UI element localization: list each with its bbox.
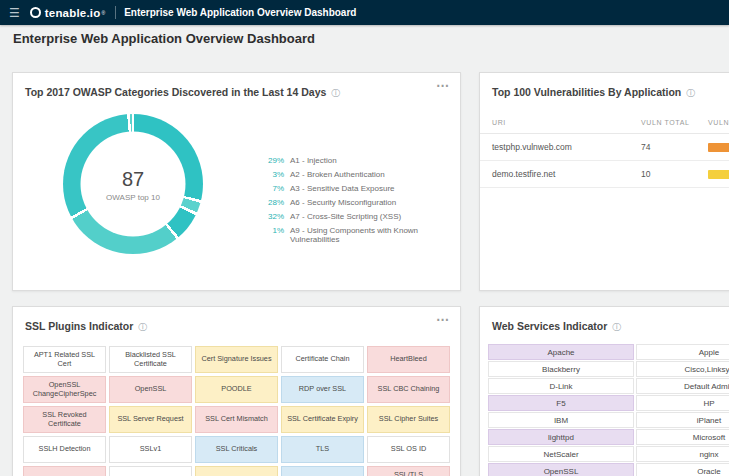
card-header: Top 2017 OWASP Categories Discovered in …: [13, 73, 460, 105]
vuln-table-header: URI VULN TOTAL VULNE: [480, 109, 729, 134]
web-service-cell[interactable]: Microsoft: [636, 429, 729, 445]
web-service-cell[interactable]: Oracle: [636, 463, 729, 476]
column-header-vulnerabilities: VULNE: [708, 119, 729, 126]
ssl-indicator-cell[interactable]: SSL OS ID: [367, 436, 450, 463]
web-service-cell[interactable]: IBM: [488, 412, 634, 428]
web-service-row: ApacheApple: [488, 344, 729, 360]
info-icon[interactable]: ⓘ: [138, 322, 147, 332]
ssl-indicator-cell[interactable]: SSL FREAK: [23, 466, 106, 476]
card-title: Top 100 Vulnerabilities By Application: [492, 86, 681, 98]
web-service-cell[interactable]: iPlanet: [636, 412, 729, 428]
uri-cell: testphp.vulnweb.com: [492, 142, 641, 152]
column-header-uri: URI: [492, 119, 641, 126]
web-service-cell[interactable]: Apache: [488, 344, 634, 360]
topbar-divider: [115, 6, 116, 19]
web-service-row: D-LinkDefault Admin: [488, 378, 729, 394]
web-service-cell[interactable]: NetScaler: [488, 446, 634, 462]
topbar-title: Enterprise Web Application Overview Dash…: [124, 7, 356, 18]
ssl-indicator-cell[interactable]: SSL Traffic Detection: [281, 466, 364, 476]
ssl-indicator-cell[interactable]: SSL Session Resume: [195, 466, 278, 476]
ssl-indicator-cell[interactable]: Certificate Chain: [281, 346, 364, 373]
donut-center: 87 OWASP top 10: [81, 132, 186, 237]
legend-percent: 1%: [265, 226, 284, 244]
legend-percent: 7%: [265, 184, 284, 193]
legend-label: A2 - Broken Authentication: [290, 170, 385, 179]
info-icon[interactable]: ⓘ: [686, 88, 695, 98]
ssl-indicator-cell[interactable]: SSL Server Request: [109, 406, 192, 433]
ssl-indicator-cell[interactable]: SSLv1: [109, 436, 192, 463]
hamburger-menu-icon[interactable]: ☰: [9, 6, 20, 20]
web-service-cell[interactable]: Default Admin: [636, 378, 729, 394]
severity-bar: [708, 170, 729, 179]
legend-item: 29%A1 - Injection: [265, 156, 460, 165]
web-services-list: ApacheAppleBlackberryCisco,LinksysD-Link…: [480, 339, 729, 476]
tenable-logo[interactable]: tenable.io ®: [30, 7, 107, 19]
info-icon[interactable]: ⓘ: [331, 88, 340, 98]
legend-label: A9 - Using Components with Known Vulnera…: [290, 226, 460, 244]
table-row[interactable]: testphp.vulnweb.com74: [480, 134, 729, 161]
card-title: Top 2017 OWASP Categories Discovered in …: [25, 86, 326, 98]
web-service-row: NetScalernginx: [488, 446, 729, 462]
ssl-indicator-cell[interactable]: Cert Signature Issues: [195, 346, 278, 373]
web-service-cell[interactable]: Blackberry: [488, 361, 634, 377]
web-service-cell[interactable]: D-Link: [488, 378, 634, 394]
topbar: ☰ tenable.io ® Enterprise Web Applicatio…: [0, 0, 729, 25]
card-header: Web Services Indicatorⓘ ⋯: [480, 307, 729, 339]
ssl-indicator-cell[interactable]: SSL CBC Chaining: [367, 376, 450, 403]
ssl-indicator-cell[interactable]: POODLE: [195, 376, 278, 403]
legend-label: A6 - Security Misconfiguration: [290, 198, 396, 207]
legend-item: 1%A9 - Using Components with Known Vulne…: [265, 226, 460, 244]
web-service-row: OpenSSLOracle: [488, 463, 729, 476]
legend-percent: 32%: [265, 212, 284, 221]
ssl-indicator-cell[interactable]: SSL Criticals: [195, 436, 278, 463]
donut-caption: OWASP top 10: [106, 192, 160, 201]
legend-percent: 3%: [265, 170, 284, 179]
info-icon[interactable]: ⓘ: [612, 322, 621, 332]
ssl-plugins-card: SSL Plugins Indicatorⓘ ⋯ APT1 Related SS…: [12, 306, 461, 476]
owasp-card: Top 2017 OWASP Categories Discovered in …: [12, 72, 461, 291]
ssl-indicator-cell[interactable]: SSL Cert Mismatch: [195, 406, 278, 433]
vuln-total-cell: 74: [641, 142, 708, 152]
ssl-indicator-cell[interactable]: OpenSSL: [109, 376, 192, 403]
table-row[interactable]: demo.testfire.net10: [480, 161, 729, 188]
web-service-cell[interactable]: Cisco,Linksys: [636, 361, 729, 377]
web-service-cell[interactable]: lighttpd: [488, 429, 634, 445]
ssl-indicator-cell[interactable]: OpenSSL ChangeCipherSpec: [23, 376, 106, 403]
web-service-cell[interactable]: Apple: [636, 344, 729, 360]
owasp-donut-chart[interactable]: 87 OWASP top 10: [63, 114, 203, 254]
vuln-total-cell: 10: [641, 169, 708, 179]
ssl-indicator-cell[interactable]: SSL Cipher Suites: [367, 406, 450, 433]
page-title: Enterprise Web Application Overview Dash…: [13, 31, 315, 46]
more-menu-icon[interactable]: ⋯: [436, 78, 450, 93]
ssl-matrix: APT1 Related SSL CertBlacklisted SSL Cer…: [13, 339, 460, 476]
web-services-card: Web Services Indicatorⓘ ⋯ ApacheAppleBla…: [479, 306, 729, 476]
ssl-indicator-cell[interactable]: Well-known Cert Used: [109, 466, 192, 476]
more-menu-icon[interactable]: ⋯: [436, 312, 450, 327]
web-service-cell[interactable]: OpenSSL: [488, 463, 634, 476]
legend-label: A7 - Cross-Site Scripting (XSS): [290, 212, 401, 221]
brand-name: tenable.io: [45, 7, 101, 19]
ssl-indicator-cell[interactable]: HeartBleed: [367, 346, 450, 373]
legend-item: 28%A6 - Security Misconfiguration: [265, 198, 460, 207]
web-service-row: BlackberryCisco,Linksys: [488, 361, 729, 377]
card-title: SSL Plugins Indicator: [25, 320, 133, 332]
ssl-indicator-cell[interactable]: TLS: [281, 436, 364, 463]
ssl-indicator-cell[interactable]: Blacklisted SSL Certificate: [109, 346, 192, 373]
legend-label: A1 - Injection: [290, 156, 337, 165]
legend-label: A3 - Sensitive Data Exposure: [290, 184, 395, 193]
legend-percent: 29%: [265, 156, 284, 165]
ssl-indicator-cell[interactable]: SSL/TLS Renegotiation: [367, 466, 450, 476]
card-header: SSL Plugins Indicatorⓘ ⋯: [13, 307, 460, 339]
ssl-indicator-cell[interactable]: RDP over SSL: [281, 376, 364, 403]
vuln-table-body: testphp.vulnweb.com74demo.testfire.net10: [480, 134, 729, 188]
web-service-cell[interactable]: nginx: [636, 446, 729, 462]
ssl-indicator-cell[interactable]: SSL Revoked Certificate: [23, 406, 106, 433]
ssl-indicator-cell[interactable]: SSL Certificate Expiry: [281, 406, 364, 433]
web-service-cell[interactable]: HP: [636, 395, 729, 411]
web-service-row: IBMiPlanet: [488, 412, 729, 428]
owasp-legend: 29%A1 - Injection3%A2 - Broken Authentic…: [265, 156, 460, 249]
ssl-indicator-cell[interactable]: APT1 Related SSL Cert: [23, 346, 106, 373]
web-service-row: F5HP: [488, 395, 729, 411]
web-service-cell[interactable]: F5: [488, 395, 634, 411]
ssl-indicator-cell[interactable]: SSLH Detection: [23, 436, 106, 463]
